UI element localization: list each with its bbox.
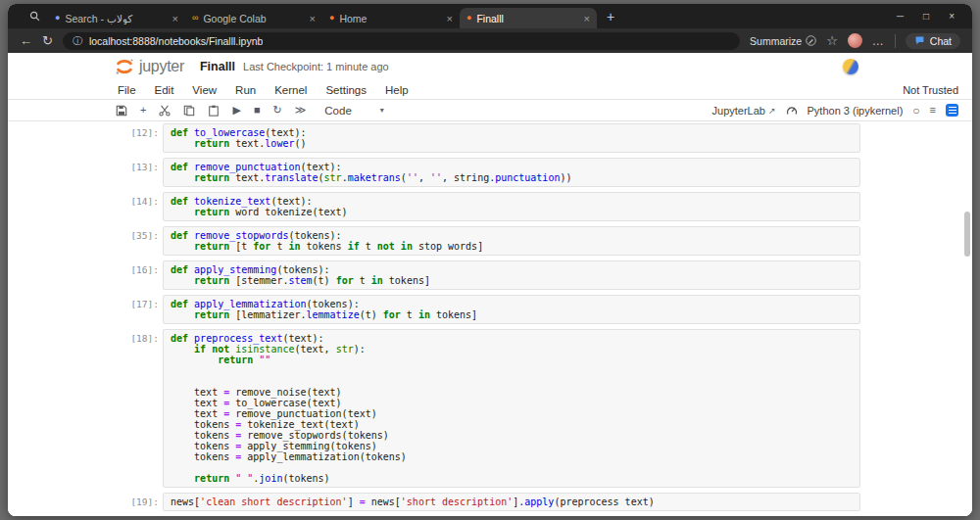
menu-edit[interactable]: Edit <box>155 84 174 96</box>
toc-extension-icon[interactable] <box>946 104 958 117</box>
maximize-button[interactable]: □ <box>923 11 929 22</box>
code-content: news['clean_short_description'] = news['… <box>171 496 853 507</box>
kernel-status-icon: ○ <box>912 104 919 118</box>
new-tab-button[interactable]: + <box>607 9 614 24</box>
code-content: def remove_stopwords(tokens): return [t … <box>171 230 853 252</box>
tab-title: Home <box>339 13 441 24</box>
close-tab-icon[interactable]: × <box>310 13 316 24</box>
notebook-cell[interactable]: [19]:news['clean_short_description'] = n… <box>8 493 972 511</box>
close-tab-icon[interactable]: × <box>447 13 453 24</box>
chat-button[interactable]: Chat <box>906 33 960 49</box>
run-cell-button[interactable]: ▶ <box>232 105 240 116</box>
notebook-cells: [12]:def to_lowercase(text): return text… <box>8 121 972 516</box>
close-tab-icon[interactable]: × <box>172 13 178 24</box>
cell-type-dropdown[interactable]: Code <box>324 105 352 117</box>
menu-run[interactable]: Run <box>235 84 256 96</box>
browser-tab[interactable]: ●Search - كولاب× <box>48 8 185 28</box>
profile-avatar[interactable] <box>848 33 862 48</box>
menu-kernel[interactable]: Kernel <box>274 84 307 96</box>
notebook-cell[interactable]: [13]:def remove_punctuation(text): retur… <box>8 158 972 187</box>
extension-widget-icon[interactable] <box>843 59 858 74</box>
chevron-down-icon[interactable]: ▾ <box>380 106 384 115</box>
stop-kernel-button[interactable]: ■ <box>254 105 261 116</box>
browser-tab[interactable]: ●Finalll× <box>460 8 597 28</box>
menu-settings[interactable]: Settings <box>325 84 367 96</box>
restart-run-all-button[interactable]: ≫ <box>295 105 307 116</box>
code-editor[interactable]: def remove_punctuation(text): return tex… <box>163 158 860 187</box>
notebook-cell[interactable]: [35]:def remove_stopwords(tokens): retur… <box>8 226 972 256</box>
menu-view[interactable]: View <box>192 84 217 96</box>
summarize-label: Summarize <box>750 35 802 47</box>
colab-favicon-icon: ∞ <box>192 14 198 23</box>
jupyter-favicon-icon: ● <box>466 14 471 23</box>
cell-prompt: [17]: <box>116 295 159 309</box>
restart-kernel-button[interactable]: ↻ <box>273 105 282 116</box>
jupyter-logo[interactable]: jupyter <box>114 56 184 77</box>
paste-cell-button[interactable] <box>208 105 220 117</box>
log-list-icon[interactable]: ≡ <box>930 105 936 116</box>
url-text: localhost:8888/notebooks/Finalll.ipynb <box>89 35 263 47</box>
divider <box>895 34 896 48</box>
menu-help[interactable]: Help <box>385 84 409 96</box>
open-jupyterlab-link[interactable]: JupyterLab ↗ <box>712 105 776 117</box>
copy-cell-button[interactable] <box>183 105 195 117</box>
code-content: def to_lowercase(text): return text.lowe… <box>171 127 853 149</box>
cell-type-value: Code <box>324 105 352 117</box>
window-controls: ─ □ × <box>897 11 964 22</box>
tab-title: Finalll <box>476 13 578 24</box>
addressbar-actions: Summarize ☆ … Chat <box>750 33 960 49</box>
save-button[interactable] <box>116 105 127 117</box>
more-options-icon[interactable]: … <box>872 35 885 47</box>
checkpoint-text: Last Checkpoint: 1 minute ago <box>243 61 389 72</box>
cell-prompt: [16]: <box>116 260 159 275</box>
add-cell-button[interactable]: + <box>140 105 146 116</box>
toolbar-right: JupyterLab ↗ Python 3 (ipykernel) ○ ≡ <box>712 104 958 118</box>
summarize-button[interactable]: Summarize <box>750 35 816 47</box>
close-tab-icon[interactable]: × <box>584 13 590 24</box>
code-content: def apply_lemmatization(tokens): return … <box>171 299 853 320</box>
notebook-cell[interactable]: [12]:def to_lowercase(text): return text… <box>8 123 972 153</box>
menu-bar: FileEditViewRunKernelSettingsHelp Not Tr… <box>8 80 972 100</box>
code-editor[interactable]: def apply_lemmatization(tokens): return … <box>163 295 860 324</box>
code-editor[interactable]: def apply_stemming(tokens): return [stem… <box>163 260 860 290</box>
refresh-button[interactable]: ↻ <box>42 34 53 47</box>
code-content: def apply_stemming(tokens): return [stem… <box>171 264 853 286</box>
kernel-name[interactable]: Python 3 (ipykernel) <box>808 105 904 117</box>
browser-tab[interactable]: ●Home× <box>322 8 460 28</box>
url-bar[interactable]: ⓘ localhost:8888/notebooks/Finalll.ipynb <box>63 32 740 50</box>
code-editor[interactable]: def tokenize_text(text): return word_tok… <box>163 192 860 221</box>
minimize-button[interactable]: ─ <box>897 11 904 22</box>
browser-tab[interactable]: ∞Google Colab× <box>185 8 322 28</box>
tab-list: ●Search - كولاب×∞Google Colab×●Home×●Fin… <box>48 4 597 28</box>
favorites-star-icon[interactable]: ☆ <box>826 34 838 47</box>
page-scrollbar[interactable] <box>964 212 970 257</box>
code-editor[interactable]: def to_lowercase(text): return text.lowe… <box>163 123 860 153</box>
notebook-title[interactable]: Finalll <box>200 60 235 73</box>
code-editor[interactable]: def remove_stopwords(tokens): return [t … <box>163 226 860 256</box>
notebook-cell[interactable]: [16]:def apply_stemming(tokens): return … <box>8 260 972 290</box>
cell-prompt: [19]: <box>116 493 159 507</box>
code-editor[interactable]: news['clean_short_description'] = news['… <box>163 493 860 511</box>
notebook-cell[interactable]: [14]:def tokenize_text(text): return wor… <box>8 192 972 221</box>
site-info-icon[interactable]: ⓘ <box>73 34 82 48</box>
cell-prompt: [18]: <box>116 329 159 344</box>
tab-search-icon[interactable] <box>29 11 40 22</box>
cell-prompt: [12]: <box>116 123 159 138</box>
jupyterlab-label: JupyterLab <box>712 105 765 117</box>
jupyter-wordmark: jupyter <box>139 58 184 75</box>
browser-address-bar: ← ↻ ⓘ localhost:8888/notebooks/Finalll.i… <box>8 28 972 53</box>
notebook-cell[interactable]: [18]:def preprocess_text(text): if not i… <box>8 329 972 488</box>
jupyter-planet-icon <box>114 56 135 77</box>
back-button[interactable]: ← <box>20 34 32 47</box>
menu-file[interactable]: File <box>118 84 136 96</box>
code-editor[interactable]: def preprocess_text(text): if not isinst… <box>163 329 860 488</box>
tab-title: Search - كولاب <box>65 13 167 24</box>
not-trusted-badge[interactable]: Not Trusted <box>903 84 958 96</box>
notebook-cell[interactable]: [17]:def apply_lemmatization(tokens): re… <box>8 295 972 324</box>
jupyter-favicon-icon: ● <box>329 14 334 23</box>
search-favicon-icon: ● <box>55 14 60 23</box>
notebook-header: jupyter Finalll Last Checkpoint: 1 minut… <box>8 53 972 80</box>
cut-cell-button[interactable] <box>159 105 171 117</box>
close-window-button[interactable]: × <box>949 11 955 22</box>
resource-gauge-icon[interactable] <box>786 105 798 117</box>
